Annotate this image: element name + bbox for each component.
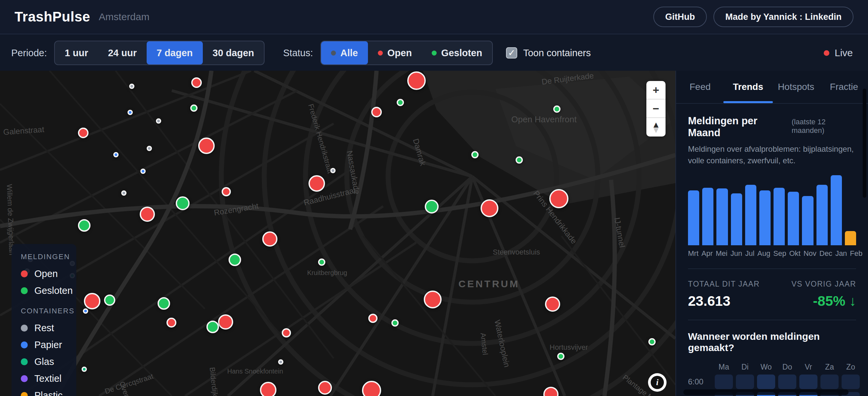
report-marker-gesloten[interactable] [471,151,478,158]
monthly-chart-description: Meldingen over afvalproblemen: bijplaats… [688,143,855,167]
container-marker-rest[interactable] [129,84,134,89]
street-label-hans-snoekfontein: Hans Snoekfontein [227,368,283,375]
filter-bar: Periode: 1 uur24 uur7 dagen30 dagen Stat… [0,35,868,71]
report-marker-gesloten[interactable] [176,196,190,210]
checkbox-checked-icon[interactable]: ✓ [506,47,517,58]
report-marker-gesloten[interactable] [158,297,170,310]
github-button[interactable]: GitHub [653,7,707,27]
zoom-in-button[interactable]: + [646,81,665,100]
report-marker-open[interactable] [309,175,325,192]
legend-meldingen-header: MELDINGEN [21,253,67,261]
map-info-button[interactable]: i [648,373,666,392]
container-marker-papier[interactable] [113,152,119,157]
street-label-steenvoetsluis: Steenvoetsluis [493,248,540,256]
report-marker-open[interactable] [140,206,155,222]
map-canvas[interactable]: GalenstraatWillem de ZwijgerlaanFrederik… [0,71,676,396]
heatmap-cell-vr-600 [799,374,817,389]
report-marker-open[interactable] [545,296,560,312]
credit-linkedin-button[interactable]: Made by Yannick : Linkedin [713,7,854,27]
street-label-hortusvijver: Hortusvijver [550,343,588,352]
periode-option-30-dagen[interactable]: 30 dagen [203,41,264,64]
report-marker-open[interactable] [260,382,276,396]
zoom-out-button[interactable]: − [646,100,665,118]
legend-containers-list: RestPapierGlasTextielPlastic [21,322,67,396]
report-marker-gesloten[interactable] [104,294,115,306]
status-option-alle[interactable]: Alle [321,41,368,64]
periode-option-1-uur[interactable]: 1 uur [55,41,98,64]
report-marker-open[interactable] [368,314,377,323]
bar-label-jun: Jun [730,249,742,258]
report-marker-gesloten[interactable] [190,105,197,112]
report-marker-open[interactable] [191,77,202,88]
container-marker-rest[interactable] [278,359,283,365]
report-marker-open[interactable] [166,318,176,328]
header-actions: GitHub Made by Yannick : Linkedin [653,7,854,27]
container-marker-rest[interactable] [156,118,161,124]
report-marker-open[interactable] [78,128,89,138]
sidebar-horizontal-scrollbar[interactable] [683,389,848,395]
container-marker-rest[interactable] [121,190,126,196]
gesloten-dot-icon [21,287,28,294]
periode-option-7-dagen[interactable]: 7 dagen [147,41,203,64]
divider [688,268,856,269]
divider [688,320,856,320]
report-marker-open[interactable] [407,72,426,90]
toon-containers-toggle[interactable]: ✓ Toon containers [506,47,591,58]
report-marker-gesloten[interactable] [207,321,219,333]
periode-segmented-control: 1 uur24 uur7 dagen30 dagen [54,41,265,65]
report-marker-gesloten[interactable] [318,258,326,266]
tab-fractie[interactable]: Fractie [820,71,868,103]
report-marker-gesloten[interactable] [228,254,241,266]
status-option-gesloten[interactable]: Gesloten [422,41,492,64]
report-marker-open[interactable] [222,187,231,196]
container-marker-papier[interactable] [127,110,133,115]
live-indicator: Live [824,47,857,58]
bar-label-dec: Dec [819,249,832,258]
container-marker-glas[interactable] [82,367,87,372]
status-label: Status: [283,48,313,58]
sidebar-vertical-scrollbar[interactable] [863,89,866,198]
report-marker-gesloten[interactable] [392,319,399,327]
status-option-open[interactable]: Open [368,41,422,64]
report-marker-gesloten[interactable] [397,99,404,106]
heatmap-cell-za-600 [820,374,839,389]
bar-aug [760,190,771,245]
report-marker-open[interactable] [318,381,332,395]
legend-item-papier: Papier [21,339,67,350]
bar-label-jan: Jan [835,249,847,258]
periode-option-24-uur[interactable]: 24 uur [98,41,147,64]
monthly-chart-subtitle: (laatste 12 maanden) [792,118,856,135]
container-marker-papier[interactable] [83,308,88,314]
total-year-value: 23.613 [688,293,760,309]
report-marker-open[interactable] [282,328,291,338]
heatmap-cell-wo-600 [757,374,775,389]
report-marker-gesloten[interactable] [553,106,560,113]
report-marker-gesloten[interactable] [425,200,439,214]
street-label-open-havenfront: Open Havenfront [511,114,577,124]
tab-hotspots[interactable]: Hotspots [772,71,820,103]
compass-button[interactable]: ▲ ▼ [646,118,665,137]
container-marker-papier[interactable] [141,169,146,174]
report-marker-open[interactable] [371,107,382,117]
report-marker-gesloten[interactable] [78,219,91,232]
report-marker-gesloten[interactable] [557,353,564,360]
report-marker-open[interactable] [549,189,568,208]
report-marker-open[interactable] [218,314,233,330]
tab-trends[interactable]: Trends [724,71,772,103]
bar-label-sep: Sep [773,249,786,258]
periode-label: Periode: [11,48,47,58]
app-subtitle: Amsterdam [99,11,149,23]
report-marker-open[interactable] [424,290,442,308]
report-marker-open[interactable] [480,199,498,217]
report-marker-gesloten[interactable] [516,157,523,164]
report-marker-gesloten[interactable] [648,338,656,345]
report-marker-open[interactable] [198,138,215,154]
map-navigation-control: + − ▲ ▼ [646,81,665,137]
vs-last-year-value: -85% ↓ [792,293,856,309]
bar-label-mrt: Mrt [688,249,699,258]
report-marker-open[interactable] [84,293,100,309]
container-marker-rest[interactable] [147,146,152,151]
report-marker-open[interactable] [262,231,277,247]
container-marker-rest[interactable] [330,168,336,173]
tab-feed[interactable]: Feed [676,71,724,103]
